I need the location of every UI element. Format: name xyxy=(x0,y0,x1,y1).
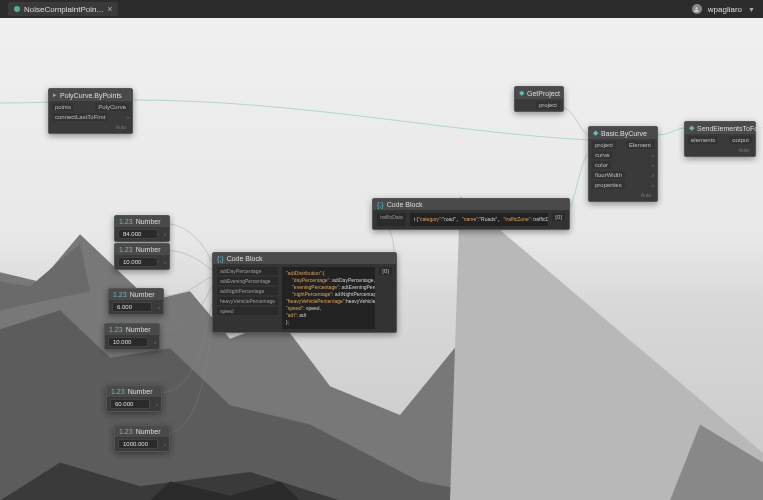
number-input[interactable] xyxy=(112,302,152,312)
node-number-1[interactable]: 1.23Number › xyxy=(114,215,170,242)
node-title: Number xyxy=(136,218,161,225)
number-input[interactable] xyxy=(110,399,150,409)
tab-title: NoiseComplaintPoin... xyxy=(24,5,103,14)
number-input[interactable] xyxy=(118,229,158,239)
titlebar: NoiseComplaintPoin... × wpagliaro ▼ xyxy=(0,0,763,18)
code-editor[interactable]: t {"category":"road", "name":"Roads", "t… xyxy=(410,213,549,226)
output-port[interactable]: › xyxy=(164,259,166,265)
chevron-right-icon: › xyxy=(127,114,129,120)
svg-marker-4 xyxy=(670,424,763,500)
node-number-2[interactable]: 1.23Number › xyxy=(114,243,170,270)
node-title: GetProject xyxy=(527,90,560,97)
lacing-label: Auto xyxy=(688,146,752,154)
input-port[interactable]: elements xyxy=(688,136,718,144)
number-icon: 1.23 xyxy=(109,326,123,333)
node-title: SendElementsToForma xyxy=(697,125,763,132)
input-port[interactable]: properties xyxy=(592,181,625,189)
file-tab[interactable]: NoiseComplaintPoin... × xyxy=(8,2,118,16)
node-sendelements[interactable]: ◆SendElementsToForma elementsoutput Auto xyxy=(684,121,756,157)
svg-marker-1 xyxy=(0,310,520,500)
chevron-right-icon: › xyxy=(652,172,654,178)
input-port[interactable]: floorWidth xyxy=(592,171,625,179)
input-port[interactable]: speed xyxy=(217,307,278,315)
node-codeblock-2[interactable]: {;}Code Block adtDayPercentage adtEvenin… xyxy=(212,252,397,333)
output-port[interactable]: [0] xyxy=(552,213,565,221)
node-title: Number xyxy=(136,246,161,253)
tab-status-icon xyxy=(14,6,20,12)
input-port[interactable]: connectLastToFirst xyxy=(52,113,108,121)
codeblock-icon: {;} xyxy=(217,255,224,262)
code-editor[interactable]: "adtDistribution":{ "dayPercentage": adt… xyxy=(282,267,375,329)
node-number-4[interactable]: 1.23Number › xyxy=(104,323,160,350)
node-type-icon: ▸ xyxy=(53,91,57,99)
number-icon: 1.23 xyxy=(111,388,125,395)
node-number-5[interactable]: 1.23Number › xyxy=(106,385,162,412)
output-port[interactable]: Element xyxy=(626,141,654,149)
output-port[interactable]: › xyxy=(156,401,158,407)
svg-marker-3 xyxy=(0,462,340,500)
node-title: Number xyxy=(130,291,155,298)
node-codeblock-1[interactable]: {;}Code Block trafficData t {"category":… xyxy=(372,198,570,230)
chevron-down-icon: ▼ xyxy=(748,6,755,13)
number-icon: 1.23 xyxy=(119,246,133,253)
output-port[interactable]: PolyCurve xyxy=(95,103,129,111)
output-port[interactable]: › xyxy=(164,441,166,447)
node-type-icon: ◆ xyxy=(519,89,524,97)
input-port[interactable]: trafficData xyxy=(377,213,406,226)
chevron-right-icon: › xyxy=(652,162,654,168)
svg-marker-6 xyxy=(0,243,90,310)
username: wpagliaro xyxy=(708,5,742,14)
node-title: PolyCurve.ByPoints xyxy=(60,92,122,99)
number-icon: 1.23 xyxy=(119,218,133,225)
number-input[interactable] xyxy=(118,439,158,449)
output-port[interactable]: project xyxy=(536,101,560,109)
input-port[interactable]: curve xyxy=(592,151,613,159)
input-port[interactable]: adtNightPercentage xyxy=(217,287,278,295)
svg-marker-5 xyxy=(150,481,300,500)
node-getproject[interactable]: ◆GetProject project xyxy=(514,86,564,112)
output-port[interactable]: › xyxy=(164,231,166,237)
output-port[interactable]: › xyxy=(154,339,156,345)
svg-marker-2 xyxy=(450,196,763,500)
codeblock-icon: {;} xyxy=(377,201,384,208)
input-port[interactable]: adtEveningPercentage xyxy=(217,277,278,285)
input-port[interactable]: color xyxy=(592,161,611,169)
node-title: Number xyxy=(136,428,161,435)
node-type-icon: ◆ xyxy=(593,129,598,137)
node-title: Code Block xyxy=(387,201,423,208)
graph-canvas[interactable]: ▸ PolyCurve.ByPoints points PolyCurve co… xyxy=(0,18,763,500)
number-icon: 1.23 xyxy=(119,428,133,435)
output-port[interactable]: › xyxy=(158,304,160,310)
node-title: Number xyxy=(128,388,153,395)
node-title: Code Block xyxy=(227,255,263,262)
chevron-right-icon: › xyxy=(652,152,654,158)
node-polycurve-bypoints[interactable]: ▸ PolyCurve.ByPoints points PolyCurve co… xyxy=(48,88,133,134)
lacing-label: Auto xyxy=(52,123,129,131)
number-icon: 1.23 xyxy=(113,291,127,298)
number-input[interactable] xyxy=(118,257,158,267)
node-basic-bycurve[interactable]: ◆Basic.ByCurve projectElement curve› col… xyxy=(588,126,658,202)
chevron-right-icon: › xyxy=(652,182,654,188)
lacing-label: Auto xyxy=(592,191,654,199)
user-menu[interactable]: wpagliaro ▼ xyxy=(692,4,755,14)
node-title: Basic.ByCurve xyxy=(601,130,647,137)
node-type-icon: ◆ xyxy=(689,124,694,132)
output-port[interactable]: [0] xyxy=(379,267,392,275)
input-port[interactable]: points xyxy=(52,103,74,111)
input-port[interactable]: project xyxy=(592,141,616,149)
node-number-6[interactable]: 1.23Number › xyxy=(114,425,170,452)
input-port[interactable]: heavyVehiclePercentage xyxy=(217,297,278,305)
close-icon[interactable]: × xyxy=(107,4,112,14)
number-input[interactable] xyxy=(108,337,148,347)
input-port[interactable]: adtDayPercentage xyxy=(217,267,278,275)
user-avatar-icon xyxy=(692,4,702,14)
node-title: Number xyxy=(126,326,151,333)
node-number-3[interactable]: 1.23Number › xyxy=(108,288,164,315)
output-port[interactable]: output xyxy=(729,136,752,144)
